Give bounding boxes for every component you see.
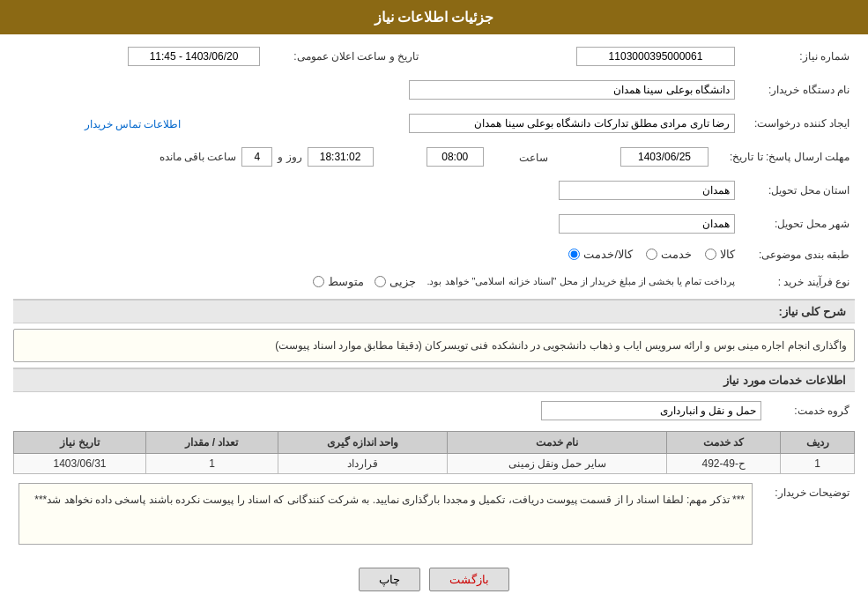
buyer-notes-label: توضیحات خریدار: [758, 479, 855, 548]
services-table: ردیف کد خدمت نام خدمت واحد اندازه گیری ت… [13, 431, 855, 474]
deadline-time-label-cell: ساعت [489, 144, 553, 170]
province-label: استان محل تحویل: [740, 177, 855, 204]
category-radio3-label: کالا/خدمت [583, 248, 633, 261]
province-row: استان محل تحویل: [13, 177, 855, 204]
buyer-org-row: نام دستگاه خریدار: [13, 77, 855, 103]
col-quantity: تعداد / مقدار [146, 432, 278, 454]
announce-date-input[interactable] [128, 47, 260, 66]
process-radios-cell: متوسط جزیی پرداخت تمام یا بخشی از مبلغ خ… [13, 271, 740, 292]
deadline-time-input[interactable] [427, 147, 484, 167]
buyer-notes-cell: *** تذکر مهم: لطفا اسناد را از قسمت پیوس… [13, 479, 758, 548]
category-radio2-label: خدمت [661, 248, 692, 261]
services-section-title: اطلاعات خدمات مورد نیاز [13, 368, 855, 392]
cell-code: ح-49-492 [667, 454, 781, 474]
description-section-title: شرح کلی نیاز: [13, 299, 855, 323]
page-title: جزئیات اطلاعات نیاز [375, 10, 494, 25]
announce-date-label: تاریخ و ساعت اعلان عمومی: [265, 43, 424, 70]
service-group-field [13, 397, 767, 424]
page-header: جزئیات اطلاعات نیاز [0, 0, 868, 34]
back-button[interactable]: بازگشت [429, 568, 509, 591]
deadline-time-cell [379, 144, 489, 170]
requester-label: ایجاد کننده درخواست: [740, 110, 855, 137]
service-group-row: گروه خدمت: [13, 397, 855, 424]
print-button[interactable]: چاپ [359, 568, 420, 591]
category-radio3[interactable] [568, 249, 580, 260]
col-row: ردیف [781, 432, 855, 454]
col-code: کد خدمت [667, 432, 781, 454]
deadline-time-label: ساعت [519, 152, 548, 164]
service-group-label: گروه خدمت: [767, 397, 855, 424]
category-radio1-label: کالا [720, 248, 735, 261]
requester-input[interactable] [409, 114, 735, 133]
requester-row: ایجاد کننده درخواست: اطلاعات تماس خریدار [13, 110, 855, 137]
province-field [13, 177, 740, 204]
buyer-notes-value: *** تذکر مهم: لطفا اسناد را از قسمت پیوس… [19, 483, 753, 545]
city-input[interactable] [559, 214, 735, 234]
need-number-label: شماره نیاز: [740, 43, 855, 70]
need-number-row: شماره نیاز: تاریخ و ساعت اعلان عمومی: [13, 43, 855, 70]
city-label: شهر محل تحویل: [740, 211, 855, 237]
category-row: طبقه بندی موضوعی: کالا/خدمت خدمت کالا [13, 244, 855, 264]
category-radios: کالا/خدمت خدمت کالا [13, 244, 740, 264]
category-label: طبقه بندی موضوعی: [740, 244, 855, 264]
col-date: تاریخ نیاز [14, 432, 146, 454]
cell-name: سایر حمل ونقل زمینی [447, 454, 666, 474]
buyer-org-field [13, 77, 740, 103]
category-radio1[interactable] [705, 249, 716, 260]
buyer-org-label: نام دستگاه خریدار: [740, 77, 855, 103]
cell-date: 1403/06/31 [14, 454, 146, 474]
city-row: شهر محل تحویل: [13, 211, 855, 237]
announce-date-field [13, 43, 265, 70]
remaining-label: ساعت باقی مانده [160, 151, 237, 163]
main-content: شماره نیاز: تاریخ و ساعت اعلان عمومی: نا… [0, 34, 868, 609]
process-radio1[interactable] [375, 276, 386, 287]
deadline-date-cell [553, 144, 714, 170]
requester-link-cell: اطلاعات تماس خریدار [13, 110, 186, 137]
process-radio2[interactable] [313, 276, 324, 287]
buyer-notes-table: توضیحات خریدار: *** تذکر مهم: لطفا اسناد… [13, 479, 855, 548]
process-type-row: نوع فرآیند خرید : متوسط جزیی پرداخت تمام… [13, 271, 855, 292]
buyer-org-input[interactable] [409, 80, 735, 100]
cell-unit: قرارداد [278, 454, 447, 474]
service-group-input[interactable] [541, 401, 761, 420]
cell-row: 1 [781, 454, 855, 474]
table-row: 1ح-49-492سایر حمل ونقل زمینیقرارداد11403… [14, 454, 855, 474]
days-input[interactable] [241, 147, 272, 167]
process-label: نوع فرآیند خرید : [740, 271, 855, 292]
page-container: جزئیات اطلاعات نیاز شماره نیاز: تاریخ و … [0, 0, 868, 609]
city-field [13, 211, 740, 237]
process-radio2-label: متوسط [328, 275, 364, 288]
requester-contact-link[interactable]: اطلاعات تماس خریدار [85, 118, 182, 130]
deadline-date-input[interactable] [620, 147, 708, 167]
cell-quantity: 1 [146, 454, 278, 474]
remaining-days-cell: روز و ساعت باقی مانده [13, 144, 379, 170]
requester-field [197, 110, 740, 137]
deadline-row: مهلت ارسال پاسخ: تا تاریخ: ساعت روز و سا… [13, 144, 855, 170]
bottom-buttons: بازگشت چاپ [13, 555, 855, 600]
description-value: واگذاری انجام اجاره مینی بوس و ارائه سرو… [13, 329, 855, 362]
need-number-input[interactable] [576, 47, 735, 66]
process-note: پرداخت تمام یا بخشی از مبلغ خریدار از مح… [427, 276, 735, 287]
col-name: نام خدمت [447, 432, 666, 454]
days-label: روز و [278, 151, 301, 163]
category-radio2[interactable] [646, 249, 657, 260]
process-radio1-label: جزیی [389, 275, 416, 288]
province-input[interactable] [559, 181, 735, 200]
col-unit: واحد اندازه گیری [278, 432, 447, 454]
remaining-time-input[interactable] [308, 147, 374, 167]
deadline-label: مهلت ارسال پاسخ: تا تاریخ: [714, 144, 855, 170]
need-number-field [441, 43, 740, 70]
